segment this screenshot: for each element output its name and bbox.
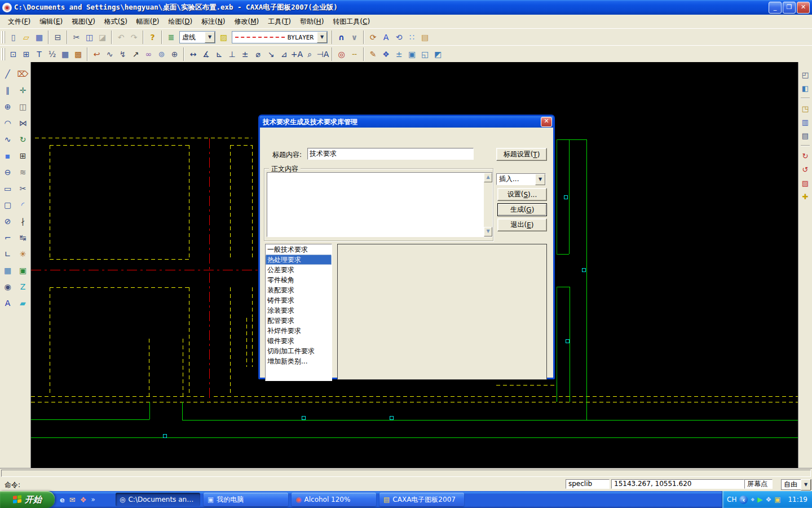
grid-hatch-tool-icon[interactable]: ▦ — [0, 262, 15, 278]
dynamic-pan-icon[interactable]: ⊡ — [7, 47, 20, 61]
leader-dim-icon[interactable]: ↘ — [264, 47, 277, 61]
category-list-item[interactable]: 公差要求 — [266, 265, 332, 275]
close-button[interactable]: ✕ — [797, 2, 810, 14]
category-list-item[interactable]: 补焊件要求 — [266, 326, 332, 336]
category-list-item[interactable]: 铸件要求 — [266, 295, 332, 305]
diameter-dim-icon[interactable]: ⌀ — [251, 47, 264, 61]
help-icon[interactable]: ? — [146, 30, 159, 44]
save-file-icon[interactable]: ▦ — [33, 30, 46, 44]
toolbar-grip[interactable] — [1, 48, 6, 60]
layer-z-tool-icon[interactable]: Z — [15, 278, 30, 295]
explode-tool-icon[interactable]: ✳ — [15, 246, 30, 262]
layer-manager-icon[interactable]: ≣ — [165, 30, 178, 44]
category-list-item[interactable]: 热处理要求 — [266, 255, 332, 265]
command-input-strip[interactable] — [0, 468, 812, 478]
generate-button[interactable]: 生成(G) — [497, 203, 547, 216]
dialog-titlebar[interactable]: 技术要求生成及技术要求库管理 ✕ — [260, 116, 553, 128]
arc-tool-icon[interactable]: ◠ — [0, 115, 15, 131]
polar-mode-icon[interactable]: ∨ — [348, 30, 361, 44]
dim-edit-icon[interactable]: +A — [290, 47, 303, 61]
snap-settings-icon[interactable]: ∷ — [405, 30, 418, 44]
dialog-close-icon[interactable]: ✕ — [541, 117, 552, 127]
format-brush-tool-icon[interactable]: ▰ — [15, 295, 30, 311]
category-list-item[interactable]: 配管要求 — [266, 316, 332, 326]
table-icon[interactable]: ▦ — [59, 47, 72, 61]
dim-search-icon[interactable]: ⌕ — [303, 47, 316, 61]
axis-tool-icon[interactable]: ∟ — [0, 246, 15, 262]
redo-icon[interactable]: ↷ — [127, 30, 140, 44]
fillet-tool-icon[interactable]: ◜ — [15, 196, 30, 213]
linear-dim-icon[interactable]: ↔ — [187, 47, 200, 61]
menu-modify[interactable]: 修改(M) — [230, 16, 263, 28]
zoom-page-icon[interactable]: ◱ — [418, 47, 431, 61]
print-icon[interactable]: ⊟ — [51, 30, 64, 44]
arrow-draw-icon[interactable]: ↗ — [129, 47, 142, 61]
block-3d-icon[interactable]: ◧ — [798, 81, 812, 95]
cut-icon[interactable]: ✂ — [70, 30, 83, 44]
point-tool-icon[interactable]: ▪ — [0, 147, 15, 164]
ellipse-tool-icon[interactable]: ⊖ — [0, 164, 15, 180]
center-cross-icon[interactable]: ⊕ — [168, 47, 181, 61]
category-list-item[interactable]: 增加新类别... — [266, 356, 332, 366]
menu-help[interactable]: 帮助(H) — [295, 16, 328, 28]
color-combo-arrow-icon[interactable]: ▼ — [317, 32, 327, 43]
task-caxa-document[interactable]: ◎ C:\Documents and... — [116, 493, 200, 506]
category-list-item[interactable]: 一般技术要求 — [266, 244, 332, 255]
copy-icon[interactable]: ◫ — [83, 30, 96, 44]
category-list-item[interactable]: 装配要求 — [266, 285, 332, 295]
category-list-item[interactable]: 切削加工件要求 — [266, 346, 332, 356]
linetype-combo[interactable]: 虚线 ▼ — [179, 31, 215, 43]
menu-view[interactable]: 视图(V) — [67, 16, 100, 28]
move-tool-icon[interactable]: ✛ — [15, 82, 30, 98]
title-content-field[interactable] — [307, 148, 474, 160]
wave-line-icon[interactable]: ∿ — [103, 47, 116, 61]
color-layer-icon[interactable]: ▨ — [217, 30, 230, 44]
chamfer-dim-icon[interactable]: ⊾ — [213, 47, 226, 61]
mirror-tool-icon[interactable]: ⋈ — [15, 115, 30, 131]
network-icon[interactable]: ❖ — [765, 495, 771, 504]
title-setting-button[interactable]: 标题设置(T) — [496, 148, 547, 161]
polyline-tool-icon[interactable]: ⌐ — [0, 229, 15, 246]
menu-draw[interactable]: 绘图(D) — [164, 16, 197, 28]
category-list-item[interactable]: 锻件要求 — [266, 336, 332, 346]
pan-hand-icon[interactable]: ❖ — [379, 47, 392, 61]
stretch-tool-icon[interactable]: ↹ — [15, 229, 30, 246]
array-tool-icon[interactable]: ⊞ — [15, 147, 30, 164]
polygon-tool-icon[interactable]: ▢ — [0, 196, 15, 213]
tolerance-dim-icon[interactable]: ± — [239, 47, 251, 61]
block-tool-icon[interactable]: ▣ — [15, 262, 30, 278]
dim-style-icon[interactable]: ⊣A — [316, 47, 329, 61]
offset-tool-icon[interactable]: ≋ — [15, 164, 30, 180]
menu-dimension[interactable]: 标注(N) — [197, 16, 230, 28]
linetype-combo-arrow-icon[interactable]: ▼ — [205, 32, 215, 43]
tracking-combo-arrow-icon[interactable]: ▼ — [801, 479, 811, 491]
settings-button[interactable]: 设置(S)... — [497, 188, 547, 201]
sketch-pencil-icon[interactable]: ✎ — [367, 47, 379, 61]
text-tool-icon[interactable]: A — [0, 295, 15, 311]
paste-icon[interactable]: ◪ — [96, 30, 109, 44]
restore-button[interactable]: ❐ — [783, 2, 796, 14]
scroll-up-icon[interactable]: ▲ — [484, 173, 492, 182]
update-icon[interactable]: ▣ — [774, 495, 780, 504]
task-alcohol[interactable]: ◉ Alcohol 120% — [292, 493, 376, 506]
zoom-inout-icon[interactable]: ± — [392, 47, 405, 61]
textarea-scrollbar[interactable]: ▲ ▼ — [484, 173, 492, 237]
solidworks-icon[interactable]: ❖ — [80, 496, 87, 504]
open-file-icon[interactable]: ▱ — [20, 30, 33, 44]
page-preview-icon[interactable]: ▤ — [418, 30, 431, 44]
menu-tools[interactable]: 工具(T) — [263, 16, 295, 28]
new-file-icon[interactable]: ▯ — [7, 30, 20, 44]
eraser-tool-icon[interactable]: ⌦ — [15, 65, 30, 82]
block-rotate-icon[interactable]: ↻ — [798, 149, 812, 163]
refresh-view-icon[interactable]: ⟳ — [367, 30, 379, 44]
text-style-icon[interactable]: A — [379, 30, 392, 44]
toolbar-grip[interactable] — [1, 31, 6, 43]
library-paste-icon[interactable]: ◳ — [798, 102, 812, 115]
undo-icon[interactable]: ↶ — [114, 30, 127, 44]
start-button[interactable]: 开始 — [0, 491, 55, 508]
scroll-down-icon[interactable]: ▼ — [484, 227, 492, 237]
datum-dim-icon[interactable]: ⊥ — [226, 47, 239, 61]
zoom-previous-icon[interactable]: ◩ — [431, 47, 444, 61]
menu-edit[interactable]: 编辑(E) — [35, 16, 67, 28]
circle-probe-icon[interactable]: ⊚ — [155, 47, 168, 61]
